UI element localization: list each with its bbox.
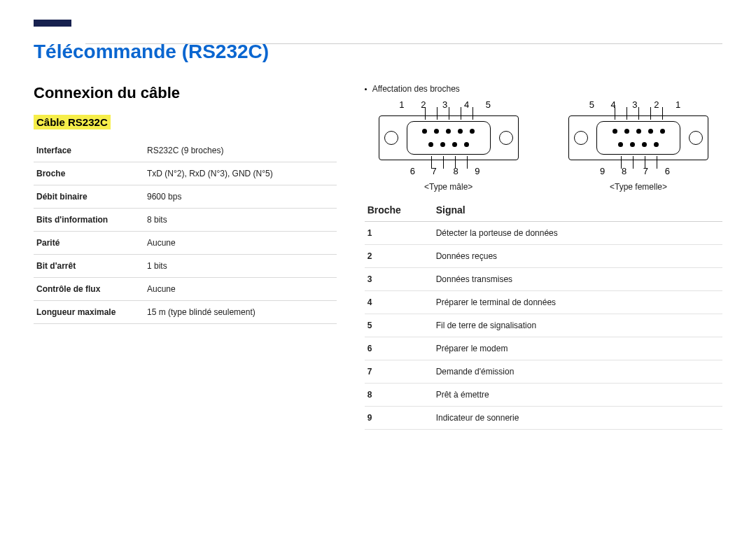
pin-num: 6 [365, 337, 433, 360]
spec-key: Interface [34, 139, 144, 162]
table-row: 5Fil de terre de signalisation [365, 314, 722, 337]
table-row: 7Demande d'émission [365, 360, 722, 384]
male-caption: <Type mâle> [365, 182, 533, 192]
pin-signal: Données reçues [433, 245, 722, 268]
cable-subheading: Câble RS232C [34, 115, 111, 129]
spec-key: Broche [34, 162, 144, 185]
female-bottom-pins: 9 8 7 6 [554, 166, 722, 176]
table-row: Contrôle de fluxAucune [34, 278, 337, 301]
table-row: 6Préparer le modem [365, 337, 722, 360]
pin-num: 5 [365, 314, 433, 337]
spec-val: Aucune [144, 232, 337, 255]
pin-num: 3 [365, 268, 433, 291]
table-row: 1Détecter la porteuse de données [365, 222, 722, 245]
pin-num: 9 [365, 407, 433, 430]
spec-key: Longueur maximale [34, 301, 144, 324]
pin-num: 8 [365, 384, 433, 407]
pin-num: 2 [365, 245, 433, 268]
spec-val: TxD (N°2), RxD (N°3), GND (N°5) [144, 162, 337, 185]
pin-signal: Données transmises [433, 268, 722, 291]
table-row: 3Données transmises [365, 268, 722, 291]
spec-val: 15 m (type blindé seulement) [144, 301, 337, 324]
table-row: 2Données reçues [365, 245, 722, 268]
table-row: ParitéAucune [34, 232, 337, 255]
spec-key: Débit binaire [34, 185, 144, 209]
table-row: 4Préparer le terminal de données [365, 291, 722, 314]
pin-signal: Détecter la porteuse de données [433, 222, 722, 245]
header-mark [34, 20, 71, 27]
male-connector: 1 2 3 4 5 [365, 99, 533, 192]
pin-signal: Prêt à émettre [433, 384, 722, 407]
pin-signal: Préparer le modem [433, 337, 722, 360]
table-row: Bits d'information8 bits [34, 209, 337, 232]
spec-key: Parité [34, 232, 144, 255]
male-bottom-pins: 6 7 8 9 [365, 166, 533, 176]
table-row: BrocheTxD (N°2), RxD (N°3), GND (N°5) [34, 162, 337, 185]
spec-val: 8 bits [144, 209, 337, 232]
signal-col-header: Signal [433, 199, 722, 222]
spec-key: Bit d'arrêt [34, 255, 144, 278]
pin-signal: Indicateur de sonnerie [433, 407, 722, 430]
divider [85, 43, 722, 44]
spec-key: Contrôle de flux [34, 278, 144, 301]
table-row: 9Indicateur de sonnerie [365, 407, 722, 430]
pin-col-header: Broche [365, 199, 433, 222]
pin-signal: Préparer le terminal de données [433, 291, 722, 314]
spec-val: 9600 bps [144, 185, 337, 209]
female-shell [568, 113, 708, 163]
table-row: Bit d'arrêt1 bits [34, 255, 337, 278]
connector-diagram: 1 2 3 4 5 [365, 99, 722, 192]
pin-num: 4 [365, 291, 433, 314]
spec-key: Bits d'information [34, 209, 144, 232]
pin-assignment-label: Affectation des broches [372, 84, 460, 94]
spec-val: RS232C (9 broches) [144, 139, 337, 162]
male-shell [379, 113, 519, 163]
bullet-icon [365, 88, 367, 90]
pin-signal-table: Broche Signal 1Détecter la porteuse de d… [365, 199, 722, 430]
spec-table: InterfaceRS232C (9 broches) BrocheTxD (N… [34, 139, 337, 324]
table-row: InterfaceRS232C (9 broches) [34, 139, 337, 162]
table-row: Longueur maximale15 m (type blindé seule… [34, 301, 337, 324]
pin-signal: Fil de terre de signalisation [433, 314, 722, 337]
female-caption: <Type femelle> [554, 182, 722, 192]
section-heading: Connexion du câble [34, 84, 337, 102]
table-row: Débit binaire9600 bps [34, 185, 337, 209]
spec-val: Aucune [144, 278, 337, 301]
female-connector: 5 4 3 2 1 [554, 99, 722, 192]
table-row: 8Prêt à émettre [365, 384, 722, 407]
spec-val: 1 bits [144, 255, 337, 278]
pin-signal: Demande d'émission [433, 360, 722, 384]
pin-num: 7 [365, 360, 433, 384]
pin-num: 1 [365, 222, 433, 245]
